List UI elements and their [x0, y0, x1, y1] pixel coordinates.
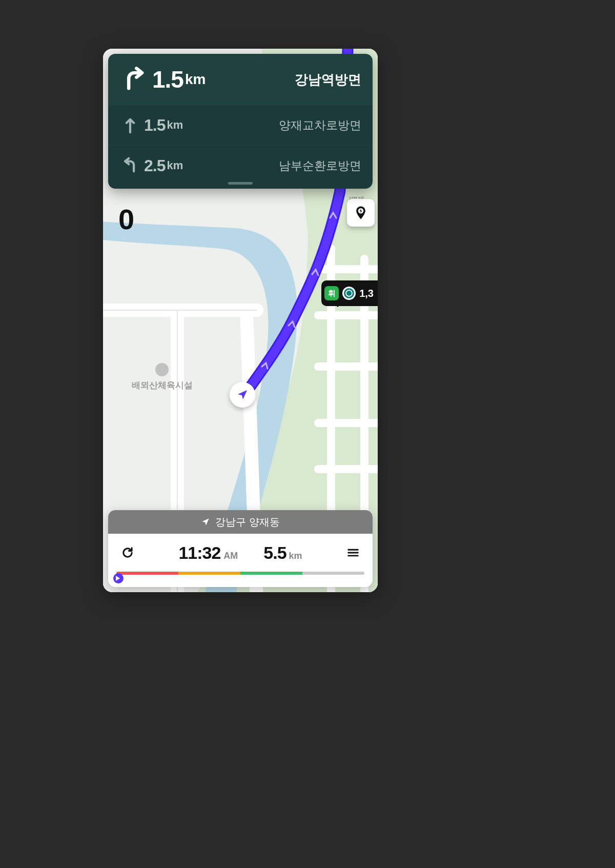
eta-traffic-progress: [108, 572, 373, 587]
current-location-puck[interactable]: [230, 382, 255, 408]
eta-time-ampm: AM: [223, 551, 238, 561]
direction-upcoming-1-unit: km: [167, 118, 183, 132]
eta-time-value: 11:32: [178, 543, 220, 563]
fuel-type-badge: 휘: [324, 286, 339, 300]
eta-location-text: 강남구 양재동: [215, 515, 280, 529]
direction-main-destination: 강남역방면: [295, 71, 361, 89]
ev-charge-button[interactable]: [347, 199, 375, 227]
app-frame: 배뫼산체육시설 !면제 휘 1,3 0 1.5 km 강남역방면: [103, 49, 378, 592]
direction-upcoming-2-destination: 남부순환로방면: [279, 158, 361, 174]
eta-distance-value: 5.5: [263, 543, 286, 563]
fuel-price-value: 1,3: [359, 288, 374, 299]
turn-right-icon: [116, 66, 152, 93]
location-arrow-icon: [236, 389, 249, 401]
traffic-seg-heavy: [116, 572, 178, 575]
refresh-icon: [120, 546, 135, 560]
eta-location-bar: 강남구 양재동: [108, 510, 373, 534]
directions-panel[interactable]: 1.5 km 강남역방면 1.5 km 양재교차로방면 2.5 km 남부순환로…: [108, 54, 373, 189]
panel-drag-handle[interactable]: [228, 182, 253, 185]
refresh-button[interactable]: [117, 542, 138, 563]
eta-distance-unit: km: [289, 551, 302, 561]
eta-traffic-track: [116, 572, 364, 575]
fuel-brand-icon: [342, 287, 356, 300]
turn-left-icon: [116, 157, 144, 174]
eta-panel[interactable]: 강남구 양재동 11:32 AM 5.5 km: [108, 510, 373, 587]
location-arrow-icon: [201, 517, 210, 527]
menu-icon: [346, 546, 360, 560]
direction-upcoming-1: 1.5 km 양재교차로방면: [108, 105, 373, 145]
straight-icon: [116, 116, 144, 134]
bolt-pin-icon: [353, 205, 368, 220]
direction-main-distance: 1.5: [152, 66, 183, 93]
direction-upcoming-1-distance: 1.5: [144, 116, 165, 135]
progress-knob[interactable]: [113, 573, 124, 583]
direction-upcoming-2-distance: 2.5: [144, 156, 165, 175]
direction-upcoming-2: 2.5 km 남부순환로방면: [108, 145, 373, 189]
fuel-price-bubble[interactable]: 휘 1,3: [321, 280, 378, 306]
direction-main: 1.5 km 강남역방면: [108, 54, 373, 105]
traffic-seg-light: [240, 572, 302, 575]
direction-main-unit: km: [185, 71, 206, 88]
eta-distance: 5.5 km: [263, 543, 302, 563]
eta-info-row: 11:32 AM 5.5 km: [108, 534, 373, 572]
direction-upcoming-2-unit: km: [167, 159, 183, 172]
map-poi-label: 배뫼산체육시설: [124, 363, 200, 391]
eta-arrival-time: 11:32 AM: [178, 543, 238, 563]
direction-upcoming-1-destination: 양재교차로방면: [279, 117, 361, 133]
speed-display: 0: [118, 203, 134, 236]
menu-button[interactable]: [343, 542, 363, 563]
traffic-seg-unknown: [302, 572, 364, 575]
traffic-seg-moderate: [178, 572, 240, 575]
